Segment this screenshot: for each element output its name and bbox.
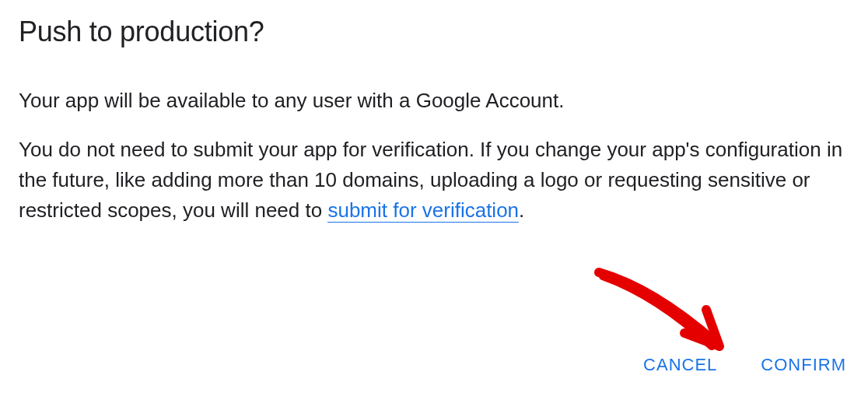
submit-for-verification-link[interactable]: submit for verification (327, 198, 519, 223)
dialog-paragraph-2: You do not need to submit your app for v… (19, 135, 849, 226)
dialog-paragraph-1: Your app will be available to any user w… (19, 86, 849, 116)
cancel-button[interactable]: CANCEL (640, 349, 720, 381)
paragraph-2-suffix: . (519, 198, 524, 222)
dialog-button-row: CANCEL CONFIRM (640, 349, 849, 381)
confirm-button[interactable]: CONFIRM (758, 349, 849, 381)
dialog-title: Push to production? (19, 16, 849, 48)
